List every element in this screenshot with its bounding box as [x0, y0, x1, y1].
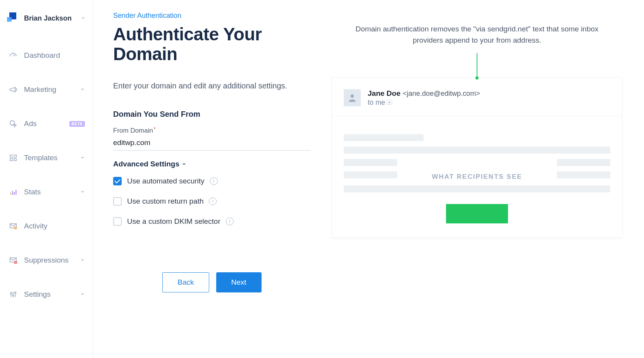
chevron-down-icon	[80, 189, 85, 195]
sidebar-item-activity[interactable]: Activity	[0, 216, 93, 236]
pointer-line	[332, 53, 622, 78]
chevron-up-icon	[182, 160, 186, 168]
main: Sender Authentication Authenticate Your …	[93, 0, 644, 358]
next-button[interactable]: Next	[216, 272, 262, 292]
svg-line-0	[13, 55, 15, 56]
svg-rect-2	[10, 155, 17, 157]
from-domain-input[interactable]	[113, 136, 311, 150]
app-logo	[7, 12, 19, 24]
from-domain-label: From Domain•	[113, 127, 155, 134]
svg-point-21	[351, 94, 354, 98]
page-helper: Enter your domain and edit any additiona…	[113, 80, 311, 92]
sidebar-item-suppressions[interactable]: Suppressions	[0, 251, 93, 270]
sidebar-item-label: Suppressions	[24, 256, 80, 265]
user-menu[interactable]: Brian Jackson	[0, 9, 93, 27]
sidebar: Brian Jackson Dashboard Marketing Ads BE…	[0, 0, 93, 358]
option-label: Use automated security	[127, 177, 205, 185]
preview-from-name: Jane Doe	[368, 89, 400, 98]
mail-search-icon	[8, 222, 19, 230]
svg-point-16	[10, 292, 12, 294]
sidebar-item-marketing[interactable]: Marketing	[0, 80, 93, 99]
gauge-icon	[8, 51, 19, 60]
svg-line-11	[16, 228, 17, 229]
sidebar-item-templates[interactable]: Templates	[0, 148, 93, 168]
sidebar-item-stats[interactable]: Stats	[0, 182, 93, 202]
sidebar-item-label: Activity	[24, 222, 85, 230]
sidebar-item-settings[interactable]: Settings	[0, 285, 93, 304]
inbox-header: Jane Doe <jane.doe@editwp.com> to me ▾	[332, 78, 622, 116]
dropdown-icon: ▾	[387, 100, 392, 105]
preview-cta-placeholder	[446, 204, 508, 223]
breadcrumb[interactable]: Sender Authentication	[113, 12, 311, 20]
inbox-body: WHAT RECIPIENTS SEE	[332, 116, 622, 237]
info-icon[interactable]: i	[210, 177, 218, 185]
bar-chart-icon	[8, 188, 19, 196]
megaphone-icon	[8, 85, 19, 94]
sliders-icon	[8, 290, 19, 299]
cursor-click-icon	[8, 119, 19, 128]
info-icon[interactable]: i	[226, 218, 234, 225]
svg-rect-4	[14, 159, 17, 161]
svg-point-18	[12, 295, 14, 296]
section-title-domain: Domain You Send From	[113, 110, 311, 119]
mail-blocked-icon	[8, 256, 19, 265]
option-label: Use a custom DKIM selector	[127, 217, 220, 226]
sidebar-item-label: Ads	[24, 119, 67, 128]
page-title: Authenticate Your Domain	[113, 24, 311, 64]
option-custom-dkim: Use a custom DKIM selector i	[113, 217, 311, 226]
beta-badge: BETA	[69, 121, 85, 127]
sidebar-item-label: Stats	[24, 188, 80, 196]
preview-to-line: to me ▾	[368, 99, 480, 107]
form-column: Sender Authentication Authenticate Your …	[113, 12, 311, 358]
svg-rect-3	[10, 159, 13, 161]
sidebar-item-label: Settings	[24, 290, 80, 299]
button-row: Back Next	[113, 272, 311, 292]
option-label: Use custom return path	[127, 197, 203, 206]
required-indicator: •	[154, 126, 155, 131]
preview-caption: Domain authentication removes the "via s…	[332, 23, 622, 46]
avatar-icon	[344, 89, 361, 106]
sidebar-item-label: Dashboard	[24, 51, 85, 60]
back-button[interactable]: Back	[162, 272, 209, 292]
chevron-down-icon	[81, 15, 86, 21]
option-custom-return-path: Use custom return path i	[113, 197, 311, 206]
preview-watermark: WHAT RECIPIENTS SEE	[332, 173, 622, 181]
advanced-settings-toggle[interactable]: Advanced Settings	[113, 160, 311, 168]
sidebar-item-ads[interactable]: Ads BETA	[0, 114, 93, 133]
checkbox-automated-security[interactable]	[113, 177, 122, 185]
sidebar-item-label: Marketing	[24, 85, 80, 94]
chevron-down-icon	[80, 155, 85, 161]
chevron-down-icon	[80, 291, 85, 297]
info-icon[interactable]: i	[209, 197, 217, 205]
user-name: Brian Jackson	[24, 14, 81, 22]
preview-column: Domain authentication removes the "via s…	[332, 12, 622, 358]
sidebar-item-dashboard[interactable]: Dashboard	[0, 46, 93, 65]
option-automated-security: Use automated security i	[113, 177, 311, 185]
preview-from-email: <jane.doe@editwp.com>	[403, 90, 480, 98]
inbox-preview-card: Jane Doe <jane.doe@editwp.com> to me ▾	[332, 77, 622, 238]
chevron-down-icon	[80, 257, 85, 263]
checkbox-custom-dkim[interactable]	[113, 217, 122, 226]
chevron-down-icon	[80, 86, 85, 93]
svg-point-20	[15, 292, 16, 294]
checkbox-custom-return-path[interactable]	[113, 197, 122, 206]
sidebar-item-label: Templates	[24, 154, 80, 162]
layout-icon	[8, 154, 19, 162]
